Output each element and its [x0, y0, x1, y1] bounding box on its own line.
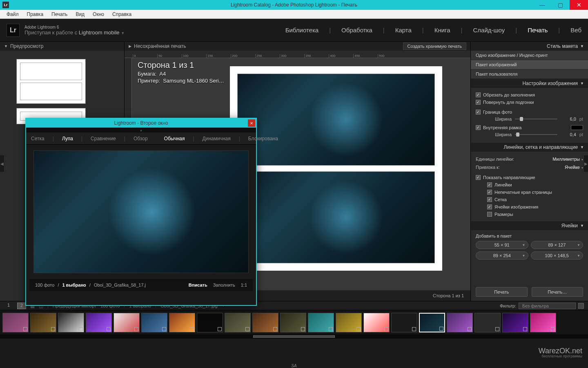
checkbox-inner-stroke[interactable]: [476, 125, 481, 130]
thumbnail[interactable]: [502, 313, 528, 332]
checkbox-rotate-fit[interactable]: [476, 100, 481, 105]
thumbnail[interactable]: [474, 313, 501, 332]
tab-locked[interactable]: Блокирована: [248, 136, 278, 141]
guides-header[interactable]: Линейки, сетка и направляющие▼: [471, 143, 588, 152]
left-panel-toggle[interactable]: ◀: [0, 155, 4, 172]
menu-print[interactable]: Печать: [47, 11, 71, 18]
ruler-horizontal: 050100150200250300350400450500: [125, 51, 470, 58]
thumbnail[interactable]: [280, 313, 306, 332]
maximize-button[interactable]: ▢: [551, 0, 570, 10]
collapse-handle-icon[interactable]: ▲: [26, 128, 256, 132]
thumbnail[interactable]: [336, 313, 362, 332]
tab-compare[interactable]: Сравнение: [91, 136, 116, 141]
thumbnail[interactable]: [114, 313, 140, 332]
menu-file[interactable]: Файл: [2, 11, 23, 18]
secondary-loupe-image[interactable]: [33, 150, 249, 273]
thumbnail[interactable]: [530, 313, 556, 332]
photo-cell-1[interactable]: [237, 74, 435, 166]
zoom-1-1[interactable]: 1:1: [241, 283, 247, 287]
thumbnail[interactable]: [58, 313, 84, 332]
menu-edit[interactable]: Правка: [23, 11, 48, 18]
tab-grid[interactable]: Сетка: [31, 136, 45, 141]
module-print[interactable]: Печать: [528, 27, 548, 34]
cell-size-button[interactable]: 55 × 91▼: [476, 241, 528, 249]
thumbnail[interactable]: [86, 313, 112, 332]
checkbox-guide-dimensions[interactable]: [487, 212, 492, 217]
style-custom[interactable]: Пакет пользователя: [471, 70, 588, 79]
zoom-fill[interactable]: Заполнить: [213, 283, 235, 287]
border-width-slider[interactable]: [515, 119, 557, 119]
zoom-fit[interactable]: Вписать: [189, 283, 207, 287]
chevron-down-icon: ▼: [121, 31, 125, 35]
style-single[interactable]: Одно изображение / Индекс-принт: [471, 51, 588, 60]
photo-cell-2[interactable]: [237, 171, 435, 263]
tab-loupe[interactable]: Лупа: [62, 136, 73, 141]
inner-stroke-color[interactable]: [571, 125, 583, 130]
thumbnail[interactable]: [252, 313, 278, 332]
brand-tagline[interactable]: Приступая к работе с Lightroom mobile ▼: [24, 29, 125, 36]
module-map[interactable]: Карта: [395, 27, 412, 34]
tab-normal[interactable]: Обычная: [164, 136, 185, 141]
secondary-close-button[interactable]: ✕: [248, 119, 255, 127]
module-web[interactable]: Веб: [570, 27, 581, 34]
thumbnail[interactable]: [30, 313, 56, 332]
thumbnail-selected[interactable]: [419, 313, 445, 332]
thumbnail[interactable]: [141, 313, 167, 332]
thumbnail[interactable]: [225, 313, 251, 332]
page-indicator: Сторона 1 из 1: [433, 293, 464, 298]
tab-survey[interactable]: Обзор: [134, 136, 148, 141]
right-panel-toggle[interactable]: ▶: [584, 155, 588, 172]
thumbnail[interactable]: [169, 313, 195, 332]
tab-live[interactable]: Динамичная: [203, 136, 231, 141]
cell-size-button[interactable]: 89 × 127▼: [531, 241, 584, 249]
module-book[interactable]: Книга: [434, 27, 450, 34]
filter-select[interactable]: Без фильтра: [519, 303, 576, 309]
create-saved-print-button[interactable]: Создать хранимую печать: [403, 43, 466, 50]
thumbnail[interactable]: [363, 313, 390, 332]
monitor-2-button[interactable]: 2: [17, 303, 26, 309]
preview-page-1[interactable]: [16, 59, 86, 104]
module-slideshow[interactable]: Слайд-шоу: [473, 27, 505, 34]
menu-window[interactable]: Окно: [89, 11, 108, 18]
module-library[interactable]: Библиотека: [285, 27, 319, 34]
style-package[interactable]: Пакет изображений: [471, 60, 588, 70]
thumbnail[interactable]: [308, 313, 334, 332]
checkbox-photo-border[interactable]: [476, 110, 481, 114]
print-button[interactable]: Печать…: [532, 287, 584, 297]
preview-panel-header[interactable]: ▼Предпросмотр: [0, 42, 124, 51]
menu-help[interactable]: Справка: [108, 11, 136, 18]
checkbox-guide-rulers[interactable]: [487, 182, 492, 187]
brand-version: Adobe Lightroom 6: [24, 25, 125, 29]
cell-size-button[interactable]: 100 × 148,5▼: [531, 251, 584, 260]
thumbnail[interactable]: [447, 313, 473, 332]
cells-header[interactable]: Ячейки▼: [471, 221, 588, 230]
checkbox-guide-grid[interactable]: [487, 197, 492, 202]
checkbox-crop-fill[interactable]: [476, 92, 481, 97]
module-develop[interactable]: Обработка: [341, 27, 372, 34]
checkbox-guide-bleed[interactable]: [487, 190, 492, 195]
minimize-button[interactable]: —: [533, 0, 551, 10]
triangle-down-icon: ▼: [4, 44, 8, 48]
app-icon: Lr: [2, 2, 9, 8]
ruler-units-select[interactable]: Миллиметры▾: [552, 157, 583, 162]
secondary-window-titlebar[interactable]: Lightroom - Второе окно ✕: [26, 119, 256, 128]
filmstrip[interactable]: [0, 310, 588, 334]
inner-width-slider[interactable]: [515, 134, 557, 135]
print-one-button[interactable]: Печать: [476, 287, 528, 297]
chevron-down-icon: ▼: [522, 254, 526, 258]
filmstrip-scrollbar[interactable]: [0, 334, 588, 339]
filter-lock-icon[interactable]: [578, 303, 584, 309]
checkbox-guide-cells[interactable]: [487, 204, 492, 209]
thumbnail[interactable]: [197, 313, 223, 332]
snap-to-select[interactable]: Ячейке▾: [565, 165, 583, 170]
thumbnail[interactable]: [391, 313, 417, 332]
image-settings-header[interactable]: Настройки изображения▼: [471, 79, 588, 88]
checkbox-show-guides[interactable]: [476, 175, 481, 180]
close-button[interactable]: ✕: [570, 0, 588, 10]
cell-size-button[interactable]: 89 × 254▼: [476, 251, 528, 260]
thumbnail[interactable]: [2, 313, 29, 332]
print-paper: [230, 66, 442, 271]
monitor-1-button[interactable]: 1: [4, 303, 13, 309]
layout-style-header[interactable]: Стиль макета▼: [471, 42, 588, 51]
menu-view[interactable]: Вид: [71, 11, 89, 18]
